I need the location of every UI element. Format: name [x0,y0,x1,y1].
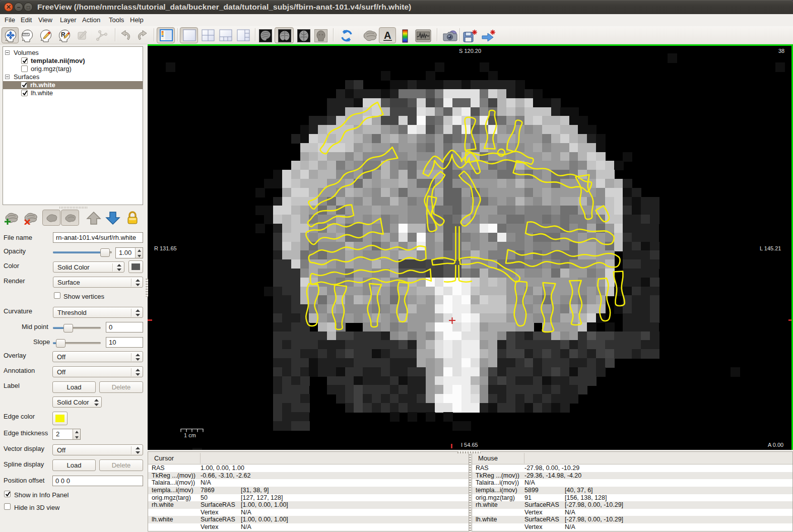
svg-text:A: A [384,30,391,41]
